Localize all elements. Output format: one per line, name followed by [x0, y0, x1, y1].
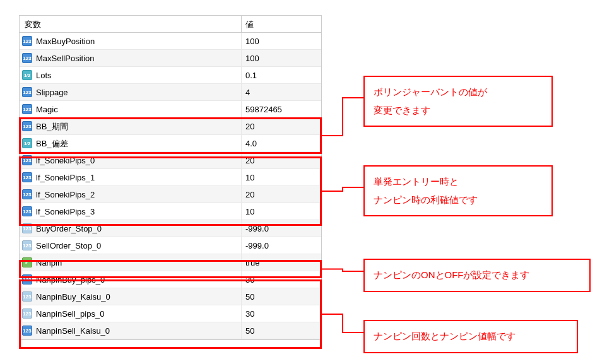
param-name: NanpinBuy_pips_0: [36, 271, 105, 288]
param-name-cell[interactable]: 123MaxBuyPosition: [20, 33, 242, 49]
param-name: NanpinBuy_Kaisu_0: [36, 288, 110, 305]
param-name-cell[interactable]: 123lf_SonekiPips_0: [20, 152, 242, 168]
param-name-cell[interactable]: 123Magic: [20, 101, 242, 117]
header-val[interactable]: 値: [242, 16, 321, 32]
param-name: lf_SonekiPips_2: [36, 186, 95, 203]
param-name-cell[interactable]: 123lf_SonekiPips_1: [20, 169, 242, 185]
param-name-cell[interactable]: 1⁄2Lots: [20, 67, 242, 83]
param-value: 20: [245, 118, 254, 135]
table-row[interactable]: 123MaxSellPosition100: [20, 50, 321, 67]
header-var[interactable]: 変数: [20, 16, 242, 32]
ghost-type-icon: 123: [22, 223, 32, 233]
param-name-cell[interactable]: 123NanpinBuy_pips_0: [20, 271, 242, 288]
param-value-cell[interactable]: 30: [242, 305, 321, 322]
dbl-type-icon: 1⁄2: [22, 138, 32, 148]
param-value: -999.0: [245, 220, 269, 237]
param-name: lf_SonekiPips_1: [36, 169, 95, 186]
param-name: NanpinSell_Kaisu_0: [36, 322, 110, 339]
int-type-icon: 123: [22, 274, 32, 285]
param-value: 50: [245, 322, 254, 339]
param-value-cell[interactable]: 10: [242, 203, 321, 220]
param-value-cell[interactable]: 59872465: [242, 101, 321, 117]
connector-line: [322, 269, 363, 272]
table-row[interactable]: 123BuyOrder_Stop_0-999.0: [20, 220, 321, 237]
param-value: -999.0: [245, 237, 269, 254]
param-name: Slippage: [36, 84, 68, 101]
table-row[interactable]: 123Slippage4: [20, 84, 321, 101]
param-name-cell[interactable]: 123BB_期間: [20, 118, 242, 134]
param-name-cell[interactable]: 123NanpinSell_pips_0: [20, 305, 242, 322]
table-row[interactable]: ✓Nanpintrue: [20, 254, 321, 271]
param-name-cell[interactable]: 123lf_SonekiPips_2: [20, 186, 242, 203]
int-type-icon: 123: [22, 206, 32, 216]
ghost-type-icon: 123: [22, 240, 32, 250]
param-name-cell[interactable]: 123BuyOrder_Stop_0: [20, 220, 242, 237]
table-row[interactable]: 123NanpinSell_Kaisu_050: [20, 322, 321, 339]
table-row[interactable]: 123NanpinBuy_Kaisu_050: [20, 288, 321, 305]
connector-line: [322, 187, 363, 191]
annotation-a4: ナンピン回数とナンピン値幅です: [363, 320, 578, 353]
param-name: lf_SonekiPips_0: [36, 152, 95, 169]
param-value-cell[interactable]: 20: [242, 118, 321, 134]
table-row[interactable]: 123NanpinBuy_pips_030: [20, 271, 321, 288]
table-row[interactable]: 123lf_SonekiPips_110: [20, 169, 321, 186]
param-value: 50: [245, 288, 254, 305]
table-row[interactable]: 123lf_SonekiPips_020: [20, 152, 321, 169]
param-name-cell[interactable]: 123NanpinBuy_Kaisu_0: [20, 288, 242, 305]
param-value: 0.1: [245, 67, 257, 84]
param-value: 20: [245, 152, 254, 169]
param-value-cell[interactable]: 10: [242, 169, 321, 185]
table-row[interactable]: 1⁄2Lots0.1: [20, 67, 321, 84]
param-value-cell[interactable]: 0.1: [242, 67, 321, 83]
table-row[interactable]: 123lf_SonekiPips_220: [20, 186, 321, 203]
table-row[interactable]: 1⁄2BB_偏差4.0: [20, 135, 321, 152]
param-name-cell[interactable]: ✓Nanpin: [20, 254, 242, 271]
param-name-cell[interactable]: 123MaxSellPosition: [20, 50, 242, 66]
param-value-cell[interactable]: 50: [242, 288, 321, 305]
table-row[interactable]: 123NanpinSell_pips_030: [20, 305, 321, 322]
dbl-type-icon: 1⁄2: [22, 70, 32, 80]
connector-line: [322, 314, 363, 332]
param-name: MaxBuyPosition: [36, 33, 95, 50]
param-value-cell[interactable]: 4: [242, 84, 321, 100]
param-value-cell[interactable]: -999.0: [242, 237, 321, 254]
param-value: 59872465: [245, 101, 282, 118]
table-row[interactable]: 123SellOrder_Stop_0-999.0: [20, 237, 321, 254]
param-value: 20: [245, 186, 254, 203]
param-value-cell[interactable]: 20: [242, 152, 321, 168]
param-value-cell[interactable]: true: [242, 254, 321, 271]
param-value-cell[interactable]: 100: [242, 50, 321, 66]
param-value-cell[interactable]: 30: [242, 271, 321, 288]
param-name: BB_偏差: [36, 135, 68, 152]
annotation-a2: 単発エントリー時とナンピン時の利確値です: [363, 165, 553, 216]
param-value: true: [245, 254, 259, 271]
param-value-cell[interactable]: 50: [242, 322, 321, 339]
param-name: NanpinSell_pips_0: [36, 305, 104, 322]
param-value: 10: [245, 169, 254, 186]
param-value-cell[interactable]: 20: [242, 186, 321, 203]
param-name-cell[interactable]: 123NanpinSell_Kaisu_0: [20, 322, 242, 339]
int-type-icon: 123: [22, 36, 32, 46]
param-name-cell[interactable]: 123SellOrder_Stop_0: [20, 237, 242, 254]
int-type-icon: 123: [22, 121, 32, 131]
param-value-cell[interactable]: -999.0: [242, 220, 321, 237]
param-name-cell[interactable]: 123Slippage: [20, 84, 242, 100]
param-value: 100: [245, 50, 259, 67]
param-value: 100: [245, 33, 259, 50]
int-type-icon: 123: [22, 189, 32, 199]
table-row[interactable]: 123BB_期間20: [20, 118, 321, 135]
param-value-cell[interactable]: 100: [242, 33, 321, 49]
table-row[interactable]: 123MaxBuyPosition100: [20, 33, 321, 50]
param-name-cell[interactable]: 123lf_SonekiPips_3: [20, 203, 242, 220]
table-header-row: 変数 値: [20, 16, 321, 33]
table-row[interactable]: 123Magic59872465: [20, 101, 321, 118]
param-name-cell[interactable]: 1⁄2BB_偏差: [20, 135, 242, 151]
param-value-cell[interactable]: 4.0: [242, 135, 321, 151]
param-name: Magic: [36, 101, 58, 118]
param-name: BuyOrder_Stop_0: [36, 220, 102, 237]
param-value: 4: [245, 84, 250, 101]
param-name: BB_期間: [36, 118, 68, 135]
param-value: 30: [245, 305, 254, 322]
table-row[interactable]: 123lf_SonekiPips_310: [20, 203, 321, 220]
ghost-type-icon: 123: [22, 291, 32, 302]
